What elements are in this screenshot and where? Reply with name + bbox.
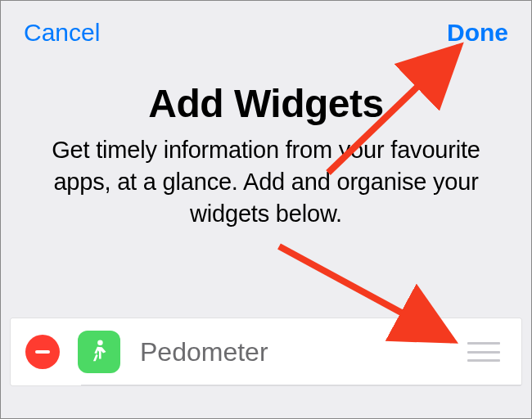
widget-list: Pedometer [11,318,521,385]
header: Add Widgets Get timely information from … [1,47,531,230]
navbar: Cancel Done [1,1,531,47]
widget-row: Pedometer [11,318,521,385]
pedestrian-icon [78,331,120,373]
page-subtitle: Get timely information from your favouri… [42,134,490,230]
minus-icon [35,350,50,354]
cancel-button[interactable]: Cancel [24,19,100,47]
walking-person-glyph [85,338,113,366]
remove-widget-button[interactable] [25,335,60,369]
divider [81,385,521,385]
drag-handle-icon[interactable] [467,342,500,362]
done-button[interactable]: Done [447,19,508,47]
svg-point-0 [97,340,103,345]
widget-label: Pedometer [140,337,467,367]
page-title: Add Widgets [42,81,490,126]
